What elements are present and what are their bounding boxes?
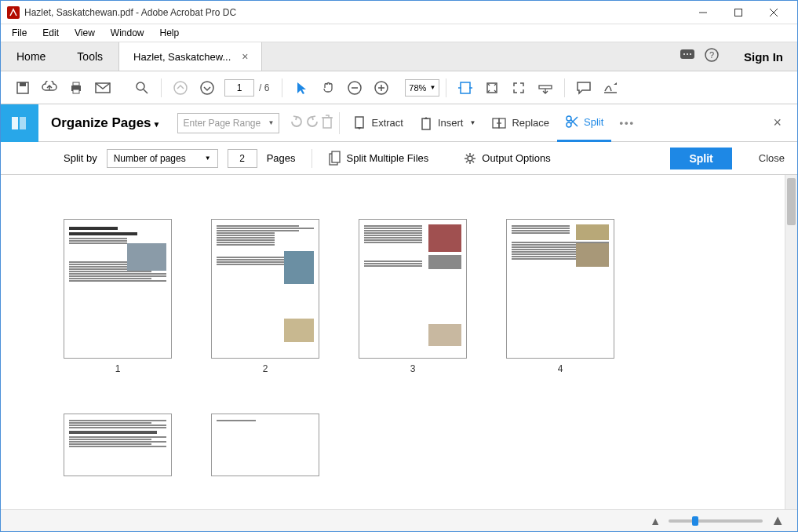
comment-icon[interactable] bbox=[571, 75, 596, 100]
cloud-upload-icon[interactable] bbox=[37, 75, 62, 100]
svg-point-7 bbox=[687, 53, 688, 55]
sign-icon[interactable] bbox=[598, 75, 623, 100]
page-thumbnail[interactable]: 3 bbox=[359, 219, 467, 374]
svg-point-17 bbox=[137, 82, 144, 90]
window-titlebar: Hazlet, Saskatchewan.pdf - Adobe Acrobat… bbox=[1, 1, 797, 24]
organize-pages-toolbar: Organize Pages▼ Enter Page Range▼ Extrac… bbox=[1, 104, 797, 142]
svg-rect-30 bbox=[20, 117, 26, 129]
main-toolbar: / 6 78%▼ bbox=[1, 71, 797, 104]
svg-point-19 bbox=[174, 82, 187, 94]
acrobat-icon bbox=[7, 6, 20, 19]
selection-arrow-icon[interactable] bbox=[289, 75, 314, 100]
page-up-icon[interactable] bbox=[168, 75, 193, 100]
replace-button[interactable]: Replace bbox=[483, 111, 557, 136]
tab-bar: Home Tools Hazlet, Saskatchew... × ? Sig… bbox=[1, 42, 797, 71]
tab-document-title: Hazlet, Saskatchew... bbox=[133, 51, 231, 63]
menu-edit[interactable]: Edit bbox=[35, 26, 67, 40]
help-icon[interactable]: ? bbox=[705, 48, 719, 65]
svg-rect-29 bbox=[12, 117, 18, 129]
organize-pages-title[interactable]: Organize Pages▼ bbox=[38, 115, 165, 131]
svg-line-18 bbox=[144, 89, 148, 93]
svg-rect-2 bbox=[734, 9, 742, 16]
email-icon[interactable] bbox=[90, 75, 115, 100]
svg-text:?: ? bbox=[709, 50, 714, 60]
thumbnails-area[interactable]: 1 2 bbox=[1, 175, 785, 509]
search-icon[interactable] bbox=[129, 75, 155, 100]
minimize-button[interactable] bbox=[685, 2, 720, 24]
more-button[interactable]: ••• bbox=[611, 111, 643, 136]
zoom-slider[interactable] bbox=[669, 519, 763, 523]
extract-button[interactable]: Extract bbox=[344, 111, 410, 136]
page-thumbnail[interactable]: 4 bbox=[506, 219, 614, 374]
close-organize-icon[interactable]: × bbox=[773, 115, 782, 131]
thumb-label: 2 bbox=[263, 363, 268, 374]
split-close-button[interactable]: Close bbox=[759, 152, 785, 164]
split-by-select[interactable]: Number of pages▼ bbox=[107, 149, 218, 168]
bottom-zoom-bar: ▲ ▲ bbox=[1, 509, 797, 531]
output-options-button[interactable]: Output Options bbox=[463, 151, 550, 166]
page-thumbnail[interactable] bbox=[64, 414, 172, 476]
page-range-input[interactable]: Enter Page Range▼ bbox=[177, 113, 279, 133]
split-pages-input[interactable] bbox=[228, 149, 257, 168]
svg-rect-31 bbox=[323, 118, 331, 128]
svg-rect-26 bbox=[461, 82, 470, 93]
thumb-label: 4 bbox=[558, 363, 563, 374]
window-title: Hazlet, Saskatchewan.pdf - Adobe Acrobat… bbox=[24, 7, 685, 18]
page-down-icon[interactable] bbox=[195, 75, 220, 100]
page-total-label: / 6 bbox=[259, 82, 269, 93]
menu-window[interactable]: Window bbox=[103, 26, 152, 40]
svg-rect-33 bbox=[422, 118, 430, 129]
print-icon[interactable] bbox=[64, 75, 89, 100]
reading-mode-icon[interactable] bbox=[533, 75, 558, 100]
rotate-right-icon[interactable] bbox=[304, 114, 320, 133]
scrollbar-thumb[interactable] bbox=[787, 178, 796, 225]
menubar: File Edit View Window Help bbox=[1, 24, 797, 42]
svg-rect-39 bbox=[332, 151, 340, 162]
svg-point-20 bbox=[201, 82, 213, 94]
svg-rect-15 bbox=[73, 89, 79, 93]
rotate-left-icon[interactable] bbox=[289, 114, 304, 133]
fit-width-icon[interactable] bbox=[453, 75, 478, 100]
svg-rect-28 bbox=[539, 86, 552, 89]
fit-page-icon[interactable] bbox=[479, 75, 505, 100]
zoom-level-select[interactable]: 78%▼ bbox=[405, 79, 439, 97]
zoom-slider-handle[interactable] bbox=[692, 516, 698, 526]
tab-close-icon[interactable]: × bbox=[239, 50, 251, 63]
svg-point-6 bbox=[683, 53, 685, 55]
save-icon[interactable] bbox=[10, 75, 35, 100]
page-number-input[interactable] bbox=[224, 79, 254, 97]
menu-file[interactable]: File bbox=[4, 26, 35, 40]
page-thumbnail[interactable] bbox=[211, 414, 319, 476]
sign-in-button[interactable]: Sign In bbox=[730, 42, 797, 71]
split-execute-button[interactable]: Split bbox=[670, 148, 731, 169]
zoom-in-icon[interactable] bbox=[369, 75, 394, 100]
close-window-button[interactable] bbox=[756, 2, 791, 24]
split-multiple-files-button[interactable]: Split Multiple Files bbox=[328, 151, 429, 166]
fullscreen-icon[interactable] bbox=[506, 75, 531, 100]
insert-button[interactable]: Insert ▼ bbox=[411, 111, 483, 136]
zoom-in-large-icon[interactable]: ▲ bbox=[771, 512, 785, 529]
split-options-bar: Split by Number of pages▼ Pages Split Mu… bbox=[1, 142, 797, 175]
tab-document[interactable]: Hazlet, Saskatchew... × bbox=[118, 42, 261, 71]
tab-home[interactable]: Home bbox=[1, 42, 61, 71]
maximize-button[interactable] bbox=[720, 2, 756, 24]
split-button[interactable]: Split bbox=[557, 104, 611, 142]
svg-point-8 bbox=[690, 53, 691, 55]
menu-view[interactable]: View bbox=[67, 26, 103, 40]
vertical-scrollbar[interactable] bbox=[785, 175, 797, 509]
pages-label: Pages bbox=[267, 152, 296, 164]
page-thumbnail[interactable]: 2 bbox=[211, 219, 319, 374]
split-by-label: Split by bbox=[64, 152, 97, 164]
page-thumbnail[interactable]: 1 bbox=[64, 219, 172, 374]
delete-icon[interactable] bbox=[320, 114, 334, 133]
zoom-out-icon[interactable] bbox=[342, 75, 367, 100]
notifications-icon[interactable] bbox=[680, 49, 695, 64]
svg-rect-12 bbox=[20, 82, 26, 86]
tab-tools[interactable]: Tools bbox=[61, 42, 118, 71]
thumb-label: 3 bbox=[410, 363, 416, 374]
zoom-out-small-icon[interactable]: ▲ bbox=[650, 515, 661, 527]
menu-help[interactable]: Help bbox=[152, 26, 188, 40]
svg-rect-14 bbox=[73, 82, 79, 86]
organize-pages-icon bbox=[1, 104, 38, 142]
hand-pan-icon[interactable] bbox=[315, 75, 341, 100]
